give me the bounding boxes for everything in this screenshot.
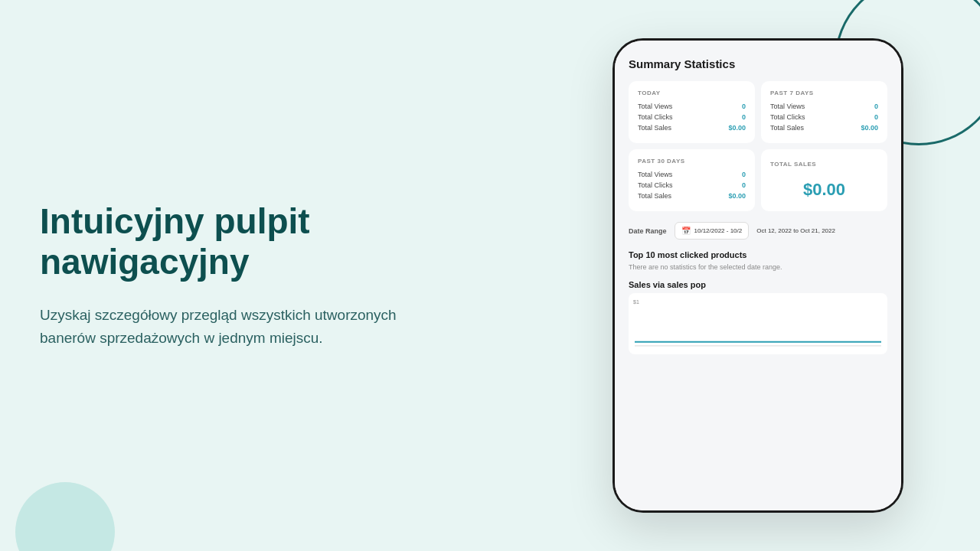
past7-clicks-row: Total Clicks 0: [770, 113, 878, 121]
past7-views-row: Total Views 0: [770, 103, 878, 110]
past7-sales-label: Total Sales: [770, 124, 804, 132]
today-clicks-label: Total Clicks: [638, 113, 673, 121]
total-sales-period: TOTAL SALES: [770, 161, 878, 168]
today-period: TODAY: [638, 90, 746, 96]
past7-sales-value: $0.00: [861, 124, 878, 132]
date-range-description: Oct 12, 2022 to Oct 21, 2022: [756, 227, 835, 234]
sales-chart-svg: [635, 308, 881, 347]
left-panel: Intuicyjny pulpit nawigacyjny Uzyskaj sz…: [40, 0, 461, 551]
top10-title: Top 10 most clicked products: [629, 250, 887, 259]
past30-sales-row: Total Sales $0.00: [638, 192, 746, 200]
date-range-label: Date Range: [629, 227, 667, 235]
past30-sales-label: Total Sales: [638, 192, 671, 200]
past7-clicks-label: Total Clicks: [770, 113, 805, 121]
past7-period: PAST 7 DAYS: [770, 90, 878, 96]
chart-y-label: $1: [633, 299, 639, 305]
phone-screen: Summary Statistics TODAY Total Views 0 T…: [615, 41, 901, 510]
past30-period: PAST 30 DAYS: [638, 158, 746, 165]
today-sales-label: Total Sales: [638, 124, 671, 132]
today-views-label: Total Views: [638, 103, 672, 110]
past7-sales-row: Total Sales $0.00: [770, 124, 878, 132]
subtext: Uzyskaj szczegółowy przegląd wszystkich …: [40, 304, 423, 350]
top10-no-stats: There are no statistics for the selected…: [629, 263, 887, 271]
today-clicks-value: 0: [742, 113, 746, 121]
date-range-row: Date Range 📅 10/12/2022 - 10/2 Oct 12, 2…: [629, 222, 887, 240]
total-sales-amount: $0.00: [770, 180, 878, 200]
stat-card-past30: PAST 30 DAYS Total Views 0 Total Clicks …: [629, 149, 755, 211]
summary-title: Summary Statistics: [629, 57, 887, 70]
screen-inner: Summary Statistics TODAY Total Views 0 T…: [615, 41, 901, 510]
today-views-row: Total Views 0: [638, 103, 746, 110]
today-views-value: 0: [742, 103, 746, 110]
today-sales-row: Total Sales $0.00: [638, 124, 746, 132]
sales-chart-area: $1: [629, 293, 887, 354]
past30-sales-value: $0.00: [728, 192, 746, 200]
calendar-icon: 📅: [681, 227, 691, 235]
today-sales-value: $0.00: [728, 124, 746, 132]
past7-views-label: Total Views: [770, 103, 805, 110]
stat-card-today: TODAY Total Views 0 Total Clicks 0 Total…: [629, 81, 755, 143]
phone-frame: Summary Statistics TODAY Total Views 0 T…: [612, 38, 903, 513]
past30-clicks-value: 0: [742, 181, 746, 189]
date-picker-button[interactable]: 📅 10/12/2022 - 10/2: [675, 222, 750, 240]
sales-chart-title: Sales via sales pop: [629, 280, 887, 289]
past7-views-value: 0: [874, 103, 878, 110]
stat-card-past7: PAST 7 DAYS Total Views 0 Total Clicks 0…: [761, 81, 887, 143]
past30-views-label: Total Views: [638, 171, 672, 178]
today-clicks-row: Total Clicks 0: [638, 113, 746, 121]
past30-clicks-row: Total Clicks 0: [638, 181, 746, 189]
stat-card-total-sales: TOTAL SALES $0.00: [761, 149, 887, 211]
date-picker-value: 10/12/2022 - 10/2: [694, 227, 743, 234]
phone-mockup: Summary Statistics TODAY Total Views 0 T…: [612, 38, 903, 513]
stats-grid: TODAY Total Views 0 Total Clicks 0 Total…: [629, 81, 887, 211]
headline: Intuicyjny pulpit nawigacyjny: [40, 201, 461, 282]
past30-clicks-label: Total Clicks: [638, 181, 673, 189]
past7-clicks-value: 0: [874, 113, 878, 121]
past30-views-value: 0: [742, 171, 746, 178]
past30-views-row: Total Views 0: [638, 171, 746, 178]
